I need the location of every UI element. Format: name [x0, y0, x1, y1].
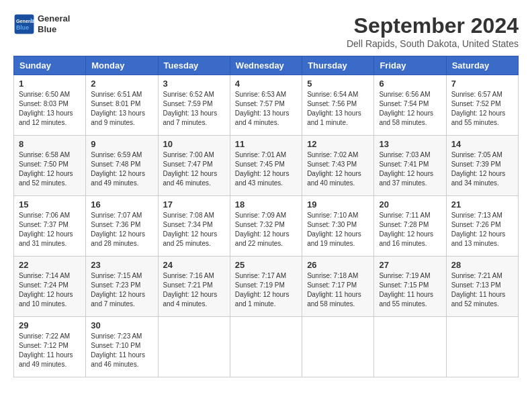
day-info: Sunrise: 6:56 AM Sunset: 7:54 PM Dayligh… [379, 90, 441, 128]
day-number: 3 [163, 79, 225, 89]
weekday-header: Sunday [14, 56, 86, 75]
day-number: 7 [451, 79, 513, 89]
day-number: 10 [163, 139, 225, 149]
day-number: 22 [19, 260, 81, 270]
day-info: Sunrise: 6:57 AM Sunset: 7:52 PM Dayligh… [451, 90, 513, 128]
calendar-day-cell: 18Sunrise: 7:09 AM Sunset: 7:32 PM Dayli… [230, 196, 302, 257]
calendar-day-cell: 2Sunrise: 6:51 AM Sunset: 8:01 PM Daylig… [86, 75, 158, 136]
day-info: Sunrise: 7:09 AM Sunset: 7:32 PM Dayligh… [235, 211, 297, 248]
calendar-day-cell: 24Sunrise: 7:16 AM Sunset: 7:21 PM Dayli… [158, 257, 230, 317]
day-info: Sunrise: 7:16 AM Sunset: 7:21 PM Dayligh… [163, 271, 225, 309]
day-number: 8 [19, 139, 81, 149]
page-title: September 2024 [347, 13, 519, 38]
calendar-day-cell: 15Sunrise: 7:06 AM Sunset: 7:37 PM Dayli… [14, 196, 86, 257]
day-info: Sunrise: 7:06 AM Sunset: 7:37 PM Dayligh… [19, 211, 81, 248]
calendar-week-row: 1Sunrise: 6:50 AM Sunset: 8:03 PM Daylig… [14, 75, 519, 136]
empty-cell [230, 317, 302, 377]
calendar-day-cell: 9Sunrise: 6:59 AM Sunset: 7:48 PM Daylig… [86, 136, 158, 196]
day-info: Sunrise: 6:50 AM Sunset: 8:03 PM Dayligh… [19, 90, 81, 128]
calendar-day-cell: 5Sunrise: 6:54 AM Sunset: 7:56 PM Daylig… [302, 75, 374, 136]
day-number: 19 [307, 199, 369, 210]
day-number: 30 [91, 320, 152, 330]
day-number: 25 [235, 260, 297, 270]
logo-icon: General Blue [13, 13, 35, 35]
day-number: 28 [451, 260, 513, 270]
day-number: 13 [379, 139, 441, 149]
svg-text:Blue: Blue [16, 24, 29, 31]
empty-cell [446, 317, 518, 377]
calendar-day-cell: 29Sunrise: 7:22 AM Sunset: 7:12 PM Dayli… [14, 317, 86, 377]
calendar-header-row: SundayMondayTuesdayWednesdayThursdayFrid… [14, 56, 519, 75]
day-number: 24 [163, 260, 225, 270]
calendar-week-row: 15Sunrise: 7:06 AM Sunset: 7:37 PM Dayli… [14, 196, 519, 257]
calendar-day-cell: 12Sunrise: 7:02 AM Sunset: 7:43 PM Dayli… [302, 136, 374, 196]
day-number: 21 [451, 199, 513, 210]
calendar-day-cell: 28Sunrise: 7:21 AM Sunset: 7:13 PM Dayli… [446, 257, 518, 317]
day-number: 4 [235, 79, 297, 89]
day-info: Sunrise: 7:13 AM Sunset: 7:26 PM Dayligh… [451, 211, 513, 248]
day-info: Sunrise: 6:53 AM Sunset: 7:57 PM Dayligh… [235, 90, 297, 128]
day-info: Sunrise: 6:58 AM Sunset: 7:50 PM Dayligh… [19, 150, 81, 188]
title-block: September 2024 Dell Rapids, South Dakota… [347, 13, 519, 49]
calendar-day-cell: 19Sunrise: 7:10 AM Sunset: 7:30 PM Dayli… [302, 196, 374, 257]
day-info: Sunrise: 7:11 AM Sunset: 7:28 PM Dayligh… [379, 211, 441, 248]
day-info: Sunrise: 7:10 AM Sunset: 7:30 PM Dayligh… [307, 211, 369, 248]
calendar-week-row: 29Sunrise: 7:22 AM Sunset: 7:12 PM Dayli… [14, 317, 519, 377]
day-info: Sunrise: 7:22 AM Sunset: 7:12 PM Dayligh… [19, 332, 81, 369]
day-number: 23 [91, 260, 152, 270]
calendar-day-cell: 1Sunrise: 6:50 AM Sunset: 8:03 PM Daylig… [14, 75, 86, 136]
calendar-day-cell: 17Sunrise: 7:08 AM Sunset: 7:34 PM Dayli… [158, 196, 230, 257]
logo: General Blue General Blue [13, 13, 70, 35]
day-number: 11 [235, 139, 297, 149]
day-info: Sunrise: 7:17 AM Sunset: 7:19 PM Dayligh… [235, 271, 297, 309]
calendar-day-cell: 14Sunrise: 7:05 AM Sunset: 7:39 PM Dayli… [446, 136, 518, 196]
calendar-day-cell: 4Sunrise: 6:53 AM Sunset: 7:57 PM Daylig… [230, 75, 302, 136]
day-info: Sunrise: 7:00 AM Sunset: 7:47 PM Dayligh… [163, 150, 225, 188]
weekday-header: Wednesday [230, 56, 302, 75]
day-info: Sunrise: 7:02 AM Sunset: 7:43 PM Dayligh… [307, 150, 369, 188]
empty-cell [302, 317, 374, 377]
day-number: 9 [91, 139, 152, 149]
calendar-day-cell: 27Sunrise: 7:19 AM Sunset: 7:15 PM Dayli… [374, 257, 446, 317]
day-number: 1 [19, 79, 81, 89]
weekday-header: Friday [374, 56, 446, 75]
calendar-day-cell: 6Sunrise: 6:56 AM Sunset: 7:54 PM Daylig… [374, 75, 446, 136]
calendar-day-cell: 25Sunrise: 7:17 AM Sunset: 7:19 PM Dayli… [230, 257, 302, 317]
day-info: Sunrise: 7:23 AM Sunset: 7:10 PM Dayligh… [91, 332, 152, 369]
calendar-day-cell: 22Sunrise: 7:14 AM Sunset: 7:24 PM Dayli… [14, 257, 86, 317]
day-number: 2 [91, 79, 152, 89]
day-info: Sunrise: 7:18 AM Sunset: 7:17 PM Dayligh… [307, 271, 369, 309]
calendar-day-cell: 8Sunrise: 6:58 AM Sunset: 7:50 PM Daylig… [14, 136, 86, 196]
calendar-week-row: 22Sunrise: 7:14 AM Sunset: 7:24 PM Dayli… [14, 257, 519, 317]
day-number: 29 [19, 320, 81, 330]
calendar-day-cell: 21Sunrise: 7:13 AM Sunset: 7:26 PM Dayli… [446, 196, 518, 257]
day-info: Sunrise: 7:07 AM Sunset: 7:36 PM Dayligh… [91, 211, 152, 248]
calendar-table: SundayMondayTuesdayWednesdayThursdayFrid… [13, 56, 519, 377]
logo-text: General Blue [38, 13, 70, 34]
calendar-day-cell: 30Sunrise: 7:23 AM Sunset: 7:10 PM Dayli… [86, 317, 158, 377]
day-info: Sunrise: 7:14 AM Sunset: 7:24 PM Dayligh… [19, 271, 81, 309]
calendar-day-cell: 23Sunrise: 7:15 AM Sunset: 7:23 PM Dayli… [86, 257, 158, 317]
weekday-header: Monday [86, 56, 158, 75]
calendar-day-cell: 11Sunrise: 7:01 AM Sunset: 7:45 PM Dayli… [230, 136, 302, 196]
calendar-day-cell: 10Sunrise: 7:00 AM Sunset: 7:47 PM Dayli… [158, 136, 230, 196]
day-number: 6 [379, 79, 441, 89]
day-number: 20 [379, 199, 441, 210]
weekday-header: Tuesday [158, 56, 230, 75]
day-number: 16 [91, 199, 152, 210]
empty-cell [374, 317, 446, 377]
day-number: 27 [379, 260, 441, 270]
page-header: General Blue General Blue September 2024… [13, 13, 519, 49]
empty-cell [158, 317, 230, 377]
day-info: Sunrise: 6:54 AM Sunset: 7:56 PM Dayligh… [307, 90, 369, 128]
calendar-week-row: 8Sunrise: 6:58 AM Sunset: 7:50 PM Daylig… [14, 136, 519, 196]
calendar-day-cell: 16Sunrise: 7:07 AM Sunset: 7:36 PM Dayli… [86, 196, 158, 257]
day-info: Sunrise: 6:52 AM Sunset: 7:59 PM Dayligh… [163, 90, 225, 128]
weekday-header: Saturday [446, 56, 518, 75]
calendar-day-cell: 20Sunrise: 7:11 AM Sunset: 7:28 PM Dayli… [374, 196, 446, 257]
calendar-day-cell: 26Sunrise: 7:18 AM Sunset: 7:17 PM Dayli… [302, 257, 374, 317]
day-info: Sunrise: 6:59 AM Sunset: 7:48 PM Dayligh… [91, 150, 152, 188]
weekday-header: Thursday [302, 56, 374, 75]
day-number: 26 [307, 260, 369, 270]
day-number: 15 [19, 199, 81, 210]
